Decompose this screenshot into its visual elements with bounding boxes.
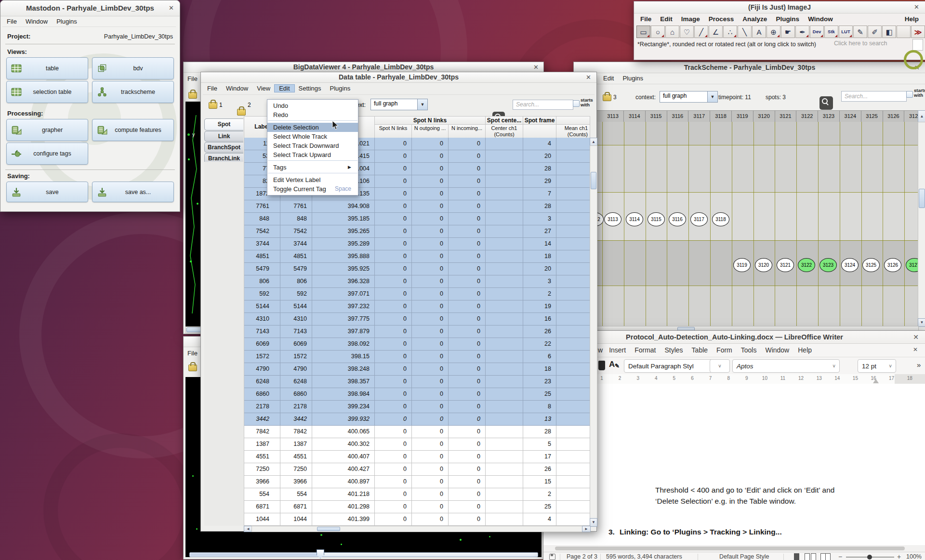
table-row[interactable]: 43104310397.77500016 bbox=[244, 313, 590, 326]
view-single-page-icon[interactable] bbox=[794, 553, 800, 560]
table-row[interactable]: 77617761394.90800028 bbox=[244, 200, 590, 213]
menu-item-delete-selection[interactable]: Delete Selection bbox=[267, 123, 358, 132]
word-count[interactable]: 595 words, 3,494 characters bbox=[606, 553, 682, 560]
save-status-icon[interactable] bbox=[549, 554, 555, 560]
time-slider-thumb[interactable] bbox=[317, 549, 324, 559]
menu-item-help[interactable]: Help bbox=[900, 15, 923, 23]
zoom-slider[interactable] bbox=[846, 557, 894, 558]
table-body[interactable]: 1111393.02100045353393.415000207777394.0… bbox=[244, 138, 590, 526]
close-icon[interactable]: ✕ bbox=[913, 333, 919, 341]
clone-formatting-icon[interactable] bbox=[598, 361, 605, 370]
menu-item-form[interactable]: Form bbox=[712, 346, 737, 354]
menu-item-select-track-downward[interactable]: Select Track Downward bbox=[267, 141, 358, 150]
menu-item-edit[interactable]: Edit bbox=[275, 85, 294, 92]
tool-oval[interactable]: ○ bbox=[651, 26, 665, 38]
menu-item-edit-vertex-label[interactable]: Edit Vertex Label bbox=[267, 175, 358, 184]
lock-icon[interactable] bbox=[188, 365, 197, 371]
menu-item-undo[interactable]: Undo bbox=[267, 101, 358, 110]
table-row[interactable]: 51445144397.23200019 bbox=[244, 300, 590, 313]
tool-more-tools[interactable]: ≫ bbox=[911, 26, 925, 38]
tool-hand[interactable]: ☛ bbox=[781, 26, 795, 38]
table-row[interactable]: 554554401.2180002 bbox=[244, 488, 590, 501]
menu-item-edit[interactable]: Edit bbox=[599, 75, 618, 82]
styles-icon[interactable]: A✎ bbox=[609, 360, 621, 371]
imagej-titlebar[interactable]: (Fiji Is Just) ImageJ bbox=[634, 1, 925, 13]
zoom-in-icon[interactable]: + bbox=[897, 553, 901, 560]
bdv-titlebar[interactable]: BigDataViewer 4 - Parhyale_LimbDev_30tps bbox=[184, 62, 543, 73]
column-group-spot-n-links[interactable]: Spot N links bbox=[375, 117, 486, 125]
table-row[interactable]: 48514851395.88800018 bbox=[244, 250, 590, 263]
menu-item-file[interactable]: File bbox=[2, 18, 21, 25]
tool-point[interactable]: ∴ bbox=[723, 26, 737, 38]
table-row[interactable]: 806806396.3280003 bbox=[244, 275, 590, 288]
toolbar-overflow[interactable]: » bbox=[917, 361, 921, 369]
tool-wand[interactable]: ╲ bbox=[738, 26, 752, 38]
column-header-spot-n-links[interactable]: Spot N links bbox=[375, 125, 412, 138]
close-icon[interactable]: ✕ bbox=[586, 74, 591, 81]
menu-item-select-whole-track[interactable]: Select Whole Track bbox=[267, 132, 358, 141]
lock-icon[interactable] bbox=[237, 109, 246, 116]
spot-node[interactable]: 3119 bbox=[733, 258, 751, 272]
spot-node[interactable]: 3123 bbox=[819, 258, 837, 272]
tab-spot[interactable]: Spot bbox=[204, 118, 243, 130]
tool-polygon[interactable]: ⌂ bbox=[665, 26, 679, 38]
zoom-level[interactable]: 100% bbox=[906, 553, 922, 560]
menu-item-window[interactable]: Window bbox=[222, 85, 252, 92]
menu-item-settings[interactable]: Settings bbox=[294, 85, 326, 92]
tool-line[interactable]: ╱ bbox=[694, 26, 708, 38]
table-hscrollbar[interactable] bbox=[251, 526, 583, 532]
table-row[interactable]: 78427842400.06500028 bbox=[244, 426, 590, 438]
column-header-n-incoming[interactable]: N incoming... bbox=[449, 125, 486, 138]
tool-pencil[interactable]: ✎ bbox=[853, 26, 867, 38]
menu-item-process[interactable]: Process bbox=[704, 15, 739, 23]
table-row[interactable]: 848848395.1850003 bbox=[244, 213, 590, 225]
trackscheme-button[interactable]: trackscheme bbox=[92, 81, 174, 103]
spot-node[interactable]: 3127 bbox=[906, 258, 918, 272]
scroll-down-icon[interactable]: ▼ bbox=[590, 518, 597, 527]
spot-node[interactable]: 3113 bbox=[604, 212, 621, 226]
menu-item-help[interactable]: Help bbox=[793, 346, 816, 354]
tool-dev-tools[interactable]: Dev bbox=[810, 26, 824, 38]
tool-angle[interactable]: ∠ bbox=[709, 26, 723, 38]
tool-stacks[interactable]: Stk bbox=[824, 26, 838, 38]
close-icon[interactable]: ✕ bbox=[914, 64, 920, 71]
trackscheme-vscrollbar[interactable] bbox=[918, 122, 925, 319]
table-row[interactable]: 15721572398.150006 bbox=[244, 351, 590, 363]
spot-node[interactable]: 3115 bbox=[648, 212, 665, 226]
table-row[interactable]: 54795479395.92500020 bbox=[244, 263, 590, 275]
table-row[interactable]: 37443744395.28900014 bbox=[244, 238, 590, 250]
context-select[interactable]: full graph▼ bbox=[370, 99, 428, 110]
bdv-button[interactable]: bdv bbox=[92, 57, 174, 79]
menu-item-window[interactable]: Window bbox=[804, 15, 837, 23]
table-row[interactable]: 10441044401.3990004 bbox=[244, 513, 590, 526]
view-book-icon[interactable] bbox=[820, 553, 832, 560]
tool-color-picker[interactable]: ✒ bbox=[795, 26, 809, 38]
menu-item-select-track-upward[interactable]: Select Track Upward bbox=[267, 150, 358, 159]
menu-item-format[interactable]: Format bbox=[630, 346, 660, 354]
document-page[interactable]: Threshold < 400 and go to ‘Edit’ and cli… bbox=[543, 384, 925, 545]
table-row[interactable]: 21782178399.2340008 bbox=[244, 401, 590, 413]
menu-item-tools[interactable]: Tools bbox=[737, 346, 761, 354]
table-row[interactable]: 62486248398.35700023 bbox=[244, 376, 590, 388]
menu-item-edit[interactable]: Edit bbox=[656, 15, 677, 23]
search-input[interactable]: Search... bbox=[841, 91, 907, 102]
starts-with-checkbox[interactable] bbox=[906, 91, 913, 98]
menu-item-plugins[interactable]: Plugins bbox=[618, 75, 648, 82]
spot-node[interactable]: 3118 bbox=[712, 212, 729, 226]
spot-node[interactable]: 3124 bbox=[841, 258, 859, 272]
spot-node[interactable]: 3116 bbox=[669, 212, 686, 226]
search-icon[interactable] bbox=[819, 96, 833, 110]
column-header-center-ch1[interactable]: Center ch1 (Counts) bbox=[486, 125, 523, 138]
lock-icon[interactable] bbox=[603, 94, 611, 101]
scroll-down-icon[interactable]: ▼ bbox=[918, 318, 925, 327]
starts-with-checkbox[interactable] bbox=[573, 100, 580, 107]
close-icon[interactable]: ✕ bbox=[533, 64, 539, 71]
time-slider-track[interactable] bbox=[189, 552, 538, 557]
table-row[interactable]: 71437143397.87900026 bbox=[244, 326, 590, 338]
column-header-n-outgoing[interactable]: N outgoing ... bbox=[412, 125, 449, 138]
table-row[interactable]: 592592397.0710002 bbox=[244, 288, 590, 300]
menu-item-plugins[interactable]: Plugins bbox=[326, 85, 355, 92]
menu-item-window[interactable]: Window bbox=[761, 346, 793, 354]
trackscheme-canvas[interactable]: 3112311331143115311631173118311931203121… bbox=[574, 122, 918, 326]
spot-node[interactable]: 3126 bbox=[884, 258, 901, 272]
